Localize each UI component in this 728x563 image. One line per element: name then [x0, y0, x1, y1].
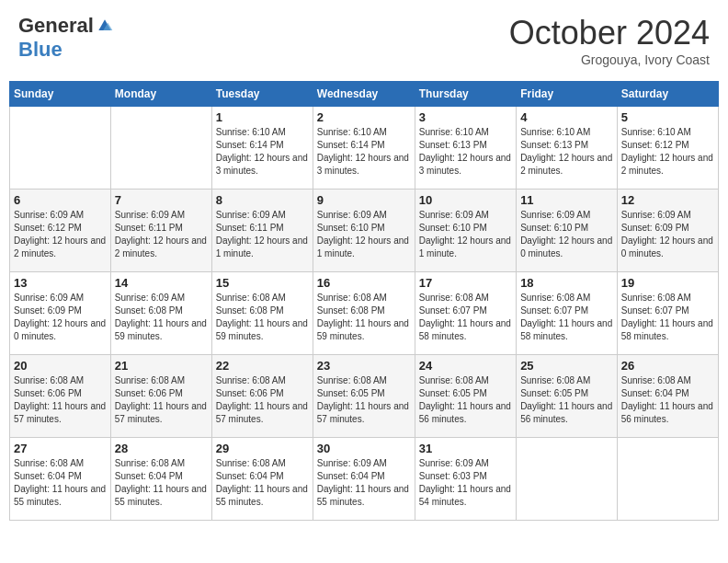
- day-number: 15: [216, 276, 309, 290]
- calendar-week-1: 1Sunrise: 6:10 AM Sunset: 6:14 PM Daylig…: [10, 107, 719, 190]
- day-info: Sunrise: 6:08 AM Sunset: 6:05 PM Dayligh…: [419, 374, 512, 426]
- day-info: Sunrise: 6:09 AM Sunset: 6:04 PM Dayligh…: [317, 457, 411, 509]
- weekday-row: SundayMondayTuesdayWednesdayThursdayFrid…: [10, 82, 719, 107]
- day-info: Sunrise: 6:09 AM Sunset: 6:11 PM Dayligh…: [216, 209, 309, 260]
- day-number: 1: [216, 110, 309, 124]
- day-number: 5: [621, 110, 714, 124]
- weekday-header-thursday: Thursday: [415, 82, 516, 107]
- day-info: Sunrise: 6:10 AM Sunset: 6:14 PM Dayligh…: [317, 126, 411, 178]
- calendar-cell: 18Sunrise: 6:08 AM Sunset: 6:07 PM Dayli…: [517, 272, 618, 355]
- day-number: 24: [419, 359, 512, 373]
- day-info: Sunrise: 6:08 AM Sunset: 6:07 PM Dayligh…: [520, 292, 613, 343]
- day-info: Sunrise: 6:09 AM Sunset: 6:09 PM Dayligh…: [14, 292, 107, 343]
- day-number: 25: [520, 359, 613, 373]
- day-info: Sunrise: 6:10 AM Sunset: 6:14 PM Dayligh…: [216, 126, 309, 178]
- calendar-table: SundayMondayTuesdayWednesdayThursdayFrid…: [9, 81, 719, 521]
- calendar-cell: 16Sunrise: 6:08 AM Sunset: 6:08 PM Dayli…: [313, 272, 415, 355]
- day-number: 18: [520, 276, 613, 290]
- calendar-week-4: 20Sunrise: 6:08 AM Sunset: 6:06 PM Dayli…: [10, 355, 719, 438]
- location-text: Grogouya, Ivory Coast: [509, 52, 710, 67]
- day-info: Sunrise: 6:08 AM Sunset: 6:07 PM Dayligh…: [621, 292, 714, 343]
- day-info: Sunrise: 6:08 AM Sunset: 6:08 PM Dayligh…: [216, 292, 309, 343]
- calendar-cell: [517, 438, 618, 521]
- day-info: Sunrise: 6:08 AM Sunset: 6:04 PM Dayligh…: [621, 374, 714, 426]
- calendar-cell: 3Sunrise: 6:10 AM Sunset: 6:13 PM Daylig…: [415, 107, 516, 190]
- day-number: 10: [419, 193, 512, 207]
- calendar-cell: 8Sunrise: 6:09 AM Sunset: 6:11 PM Daylig…: [211, 190, 313, 272]
- day-info: Sunrise: 6:08 AM Sunset: 6:04 PM Dayligh…: [14, 457, 107, 509]
- calendar-cell: 25Sunrise: 6:08 AM Sunset: 6:05 PM Dayli…: [517, 355, 618, 438]
- day-info: Sunrise: 6:08 AM Sunset: 6:05 PM Dayligh…: [317, 374, 411, 426]
- logo: General Blue: [18, 14, 114, 62]
- calendar-cell: 15Sunrise: 6:08 AM Sunset: 6:08 PM Dayli…: [211, 272, 313, 355]
- day-info: Sunrise: 6:09 AM Sunset: 6:10 PM Dayligh…: [317, 209, 411, 260]
- calendar-cell: [10, 107, 111, 190]
- day-info: Sunrise: 6:08 AM Sunset: 6:04 PM Dayligh…: [216, 457, 309, 509]
- calendar-cell: 4Sunrise: 6:10 AM Sunset: 6:13 PM Daylig…: [517, 107, 618, 190]
- calendar-cell: 17Sunrise: 6:08 AM Sunset: 6:07 PM Dayli…: [415, 272, 516, 355]
- logo-blue-text: Blue: [18, 38, 63, 62]
- calendar-cell: 26Sunrise: 6:08 AM Sunset: 6:04 PM Dayli…: [617, 355, 718, 438]
- day-number: 16: [317, 276, 411, 290]
- day-info: Sunrise: 6:09 AM Sunset: 6:08 PM Dayligh…: [115, 292, 208, 343]
- weekday-header-sunday: Sunday: [10, 82, 111, 107]
- day-info: Sunrise: 6:09 AM Sunset: 6:10 PM Dayligh…: [520, 209, 613, 260]
- day-number: 22: [216, 359, 309, 373]
- day-number: 17: [419, 276, 512, 290]
- weekday-header-monday: Monday: [110, 82, 211, 107]
- day-info: Sunrise: 6:08 AM Sunset: 6:05 PM Dayligh…: [520, 374, 613, 426]
- day-number: 3: [419, 110, 512, 124]
- day-info: Sunrise: 6:08 AM Sunset: 6:04 PM Dayligh…: [115, 457, 208, 509]
- day-info: Sunrise: 6:09 AM Sunset: 6:03 PM Dayligh…: [419, 457, 512, 509]
- day-number: 14: [115, 276, 208, 290]
- calendar-cell: 1Sunrise: 6:10 AM Sunset: 6:14 PM Daylig…: [211, 107, 313, 190]
- calendar-cell: 14Sunrise: 6:09 AM Sunset: 6:08 PM Dayli…: [110, 272, 211, 355]
- title-section: October 2024 Grogouya, Ivory Coast: [509, 14, 710, 67]
- calendar-cell: 2Sunrise: 6:10 AM Sunset: 6:14 PM Daylig…: [313, 107, 415, 190]
- calendar-cell: 20Sunrise: 6:08 AM Sunset: 6:06 PM Dayli…: [10, 355, 111, 438]
- day-info: Sunrise: 6:08 AM Sunset: 6:08 PM Dayligh…: [317, 292, 411, 343]
- calendar-cell: 29Sunrise: 6:08 AM Sunset: 6:04 PM Dayli…: [211, 438, 313, 521]
- calendar-cell: 7Sunrise: 6:09 AM Sunset: 6:11 PM Daylig…: [110, 190, 211, 272]
- day-number: 4: [520, 110, 613, 124]
- day-info: Sunrise: 6:08 AM Sunset: 6:06 PM Dayligh…: [14, 374, 107, 426]
- day-number: 27: [14, 442, 107, 455]
- weekday-header-tuesday: Tuesday: [211, 82, 313, 107]
- day-number: 19: [621, 276, 714, 290]
- calendar-cell: 31Sunrise: 6:09 AM Sunset: 6:03 PM Dayli…: [415, 438, 516, 521]
- day-number: 23: [317, 359, 411, 373]
- day-number: 30: [317, 442, 411, 455]
- day-number: 8: [216, 193, 309, 207]
- weekday-header-friday: Friday: [517, 82, 618, 107]
- day-number: 31: [419, 442, 512, 455]
- day-number: 2: [317, 110, 411, 124]
- day-number: 9: [317, 193, 411, 207]
- day-number: 29: [216, 442, 309, 455]
- calendar-cell: 9Sunrise: 6:09 AM Sunset: 6:10 PM Daylig…: [313, 190, 415, 272]
- calendar-cell: 22Sunrise: 6:08 AM Sunset: 6:06 PM Dayli…: [211, 355, 313, 438]
- calendar-cell: 19Sunrise: 6:08 AM Sunset: 6:07 PM Dayli…: [617, 272, 718, 355]
- day-number: 20: [14, 359, 107, 373]
- day-number: 6: [14, 193, 107, 207]
- day-info: Sunrise: 6:10 AM Sunset: 6:13 PM Dayligh…: [520, 126, 613, 178]
- calendar-cell: 28Sunrise: 6:08 AM Sunset: 6:04 PM Dayli…: [110, 438, 211, 521]
- day-number: 26: [621, 359, 714, 373]
- day-number: 11: [520, 193, 613, 207]
- day-number: 12: [621, 193, 714, 207]
- calendar-cell: 23Sunrise: 6:08 AM Sunset: 6:05 PM Dayli…: [313, 355, 415, 438]
- calendar-cell: 30Sunrise: 6:09 AM Sunset: 6:04 PM Dayli…: [313, 438, 415, 521]
- page-header: General Blue October 2024 Grogouya, Ivor…: [9, 9, 719, 72]
- calendar-body: 1Sunrise: 6:10 AM Sunset: 6:14 PM Daylig…: [10, 107, 719, 521]
- calendar-cell: 11Sunrise: 6:09 AM Sunset: 6:10 PM Dayli…: [517, 190, 618, 272]
- day-info: Sunrise: 6:08 AM Sunset: 6:06 PM Dayligh…: [216, 374, 309, 426]
- day-info: Sunrise: 6:09 AM Sunset: 6:12 PM Dayligh…: [14, 209, 107, 260]
- day-info: Sunrise: 6:10 AM Sunset: 6:13 PM Dayligh…: [419, 126, 512, 178]
- calendar-cell: 21Sunrise: 6:08 AM Sunset: 6:06 PM Dayli…: [110, 355, 211, 438]
- day-info: Sunrise: 6:09 AM Sunset: 6:11 PM Dayligh…: [115, 209, 208, 260]
- calendar-cell: [110, 107, 211, 190]
- day-number: 7: [115, 193, 208, 207]
- day-number: 28: [115, 442, 208, 455]
- month-title: October 2024: [509, 14, 710, 52]
- calendar-cell: 6Sunrise: 6:09 AM Sunset: 6:12 PM Daylig…: [10, 190, 111, 272]
- calendar-header: SundayMondayTuesdayWednesdayThursdayFrid…: [10, 82, 719, 107]
